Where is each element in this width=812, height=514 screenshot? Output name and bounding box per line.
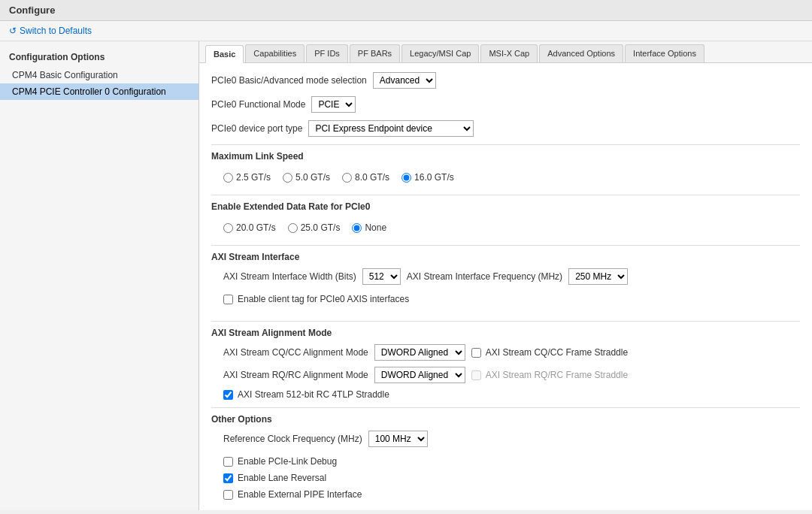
sidebar-item-basic-config[interactable]: CPM4 Basic Configuration (0, 67, 198, 83)
rate-25-0-item[interactable]: 25.0 GT/s (288, 222, 341, 233)
speed-5-0-item[interactable]: 5.0 GT/s (283, 172, 330, 183)
enable-pcie-debug-checkbox[interactable] (223, 457, 233, 467)
axi-stream-width-row: AXI Stream Interface Width (Bits) 512 25… (211, 268, 800, 285)
functional-mode-dropdown[interactable]: PCIE DMA (311, 96, 356, 113)
speed-5-0-radio[interactable] (283, 173, 292, 183)
enable-pcie-debug-label: Enable PCIe-Link Debug (238, 456, 337, 467)
sidebar-item-label: CPM4 Basic Configuration (12, 70, 118, 80)
rate-25-0-label: 25.0 GT/s (301, 222, 341, 233)
enable-client-tag-checkbox[interactable] (223, 295, 233, 304)
switch-defaults-link[interactable]: ↺ Switch to Defaults (9, 26, 92, 36)
speed-2-5-item[interactable]: 2.5 GT/s (223, 172, 271, 183)
cq-alignment-label: AXI Stream CQ/CC Alignment Mode (223, 347, 368, 358)
sidebar-section-title: Configuration Options (0, 47, 198, 67)
enable-pcie-debug-row[interactable]: Enable PCIe-Link Debug (223, 456, 788, 467)
speed-5-0-label: 5.0 GT/s (295, 172, 330, 183)
tab-capabilities[interactable]: Capabilities (245, 44, 304, 62)
device-port-type-row: PCIe0 device port type PCI Express Endpo… (211, 120, 800, 137)
rate-25-0-radio[interactable] (288, 223, 298, 233)
axi-alignment-title: AXI Stream Alignment Mode (211, 328, 800, 338)
tab-pf-bars[interactable]: PF BARs (350, 44, 400, 62)
switch-defaults-label: Switch to Defaults (20, 26, 92, 36)
speed-16-0-item[interactable]: 16.0 GT/s (401, 172, 454, 183)
toolbar: ↺ Switch to Defaults (0, 21, 812, 41)
tab-basic[interactable]: Basic (205, 45, 244, 63)
speed-2-5-label: 2.5 GT/s (236, 172, 271, 183)
mode-selection-row: PCIe0 Basic/Advanced mode selection Adva… (211, 72, 800, 89)
cq-frame-straddle-checkbox[interactable] (471, 348, 481, 358)
axi-width-dropdown[interactable]: 512 256 128 64 (362, 268, 401, 285)
rc-4tlp-row[interactable]: AXI Stream 512-bit RC 4TLP Straddle (223, 389, 389, 400)
rq-frame-straddle-checkbox (471, 370, 481, 380)
rq-alignment-dropdown[interactable]: DWORD Aligned Address Aligned (374, 367, 465, 383)
rq-alignment-row: AXI Stream RQ/RC Alignment Mode DWORD Al… (211, 367, 800, 400)
sidebar-item-label: CPM4 PCIE Controller 0 Configuration (12, 86, 166, 97)
speed-16-0-label: 16.0 GT/s (414, 172, 454, 183)
main-content: Configuration Options CPM4 Basic Configu… (0, 41, 812, 510)
functional-mode-row: PCIe0 Functional Mode PCIE DMA (211, 96, 800, 113)
axi-freq-dropdown[interactable]: 250 MHz 500 MHz 125 MHz (568, 268, 628, 285)
mode-selection-label: PCIe0 Basic/Advanced mode selection (211, 75, 367, 86)
rc-4tlp-checkbox[interactable] (223, 390, 233, 400)
rq-frame-straddle-row[interactable]: AXI Stream RQ/RC Frame Straddle (471, 370, 628, 380)
axi-stream-title: AXI Stream Interface (211, 252, 800, 262)
enable-external-pipe-row[interactable]: Enable External PIPE Interface (223, 489, 788, 500)
app-title: Configure (9, 5, 55, 16)
speed-8-0-item[interactable]: 8.0 GT/s (342, 172, 389, 183)
rate-none-label: None (365, 222, 386, 233)
mode-selection-dropdown[interactable]: Advanced Basic (373, 72, 436, 89)
enable-lane-reversal-label: Enable Lane Reversal (238, 473, 326, 483)
sidebar-item-pcie-config[interactable]: CPM4 PCIE Controller 0 Configuration (0, 83, 198, 100)
max-link-speed-title: Maximum Link Speed (211, 151, 800, 162)
rate-20-0-item[interactable]: 20.0 GT/s (223, 222, 276, 233)
ref-clock-label: Reference Clock Frequency (MHz) (223, 434, 362, 444)
rq-alignment-label: AXI Stream RQ/RC Alignment Mode (223, 370, 368, 380)
enable-lane-reversal-checkbox[interactable] (223, 473, 233, 483)
rate-20-0-label: 20.0 GT/s (236, 222, 276, 233)
ext-data-rate-radio-group: 20.0 GT/s 25.0 GT/s None (211, 218, 800, 237)
tab-legacy-msi[interactable]: Legacy/MSI Cap (401, 44, 479, 62)
enable-lane-reversal-row[interactable]: Enable Lane Reversal (223, 473, 788, 483)
refresh-icon: ↺ (9, 26, 17, 36)
rate-20-0-radio[interactable] (223, 223, 233, 233)
enable-client-tag-label: Enable client tag for PCIe0 AXIS interfa… (238, 294, 409, 304)
cq-frame-straddle-row[interactable]: AXI Stream CQ/CC Frame Straddle (471, 347, 628, 358)
axi-width-label: AXI Stream Interface Width (Bits) (223, 271, 356, 282)
tab-bar: Basic Capabilities PF IDs PF BARs Legacy… (199, 41, 812, 63)
cq-frame-straddle-label: AXI Stream CQ/CC Frame Straddle (486, 347, 628, 358)
tab-msi-x[interactable]: MSI-X Cap (480, 44, 538, 62)
enable-external-pipe-checkbox[interactable] (223, 490, 233, 500)
speed-16-0-radio[interactable] (401, 173, 411, 183)
functional-mode-label: PCIe0 Functional Mode (211, 99, 305, 110)
speed-2-5-radio[interactable] (223, 173, 233, 183)
rc-4tlp-label: AXI Stream 512-bit RC 4TLP Straddle (238, 389, 389, 400)
cq-alignment-dropdown[interactable]: DWORD Aligned Address Aligned (374, 344, 465, 361)
ref-clock-dropdown[interactable]: 100 MHz 250 MHz (368, 431, 428, 447)
device-port-type-dropdown[interactable]: PCI Express Endpoint device Root Port Sw… (308, 120, 474, 137)
tab-pf-ids[interactable]: PF IDs (306, 44, 348, 62)
title-bar: Configure (0, 0, 812, 21)
ref-clock-row: Reference Clock Frequency (MHz) 100 MHz … (211, 431, 800, 447)
ext-data-rate-title: Enable Extended Data Rate for PCIe0 (211, 201, 800, 212)
tab-advanced-options[interactable]: Advanced Options (539, 44, 623, 62)
axi-freq-label: AXI Stream Interface Frequency (MHz) (407, 271, 562, 282)
sidebar: Configuration Options CPM4 Basic Configu… (0, 41, 199, 510)
cq-alignment-row: AXI Stream CQ/CC Alignment Mode DWORD Al… (211, 344, 800, 361)
content-panel: Basic Capabilities PF IDs PF BARs Legacy… (199, 41, 812, 510)
tab-interface-options[interactable]: Interface Options (625, 44, 704, 62)
speed-8-0-radio[interactable] (342, 173, 352, 183)
speed-8-0-label: 8.0 GT/s (355, 172, 389, 183)
rq-frame-straddle-label: AXI Stream RQ/RC Frame Straddle (486, 370, 628, 380)
rate-none-radio[interactable] (352, 223, 362, 233)
enable-client-tag-row[interactable]: Enable client tag for PCIe0 AXIS interfa… (223, 294, 788, 304)
panel-content: PCIe0 Basic/Advanced mode selection Adva… (199, 63, 812, 510)
rate-none-item[interactable]: None (352, 222, 386, 233)
enable-external-pipe-label: Enable External PIPE Interface (238, 489, 362, 500)
other-options-title: Other Options (211, 414, 800, 425)
device-port-type-label: PCIe0 device port type (211, 123, 302, 134)
link-speed-radio-group: 2.5 GT/s 5.0 GT/s 8.0 GT/s 16.0 GT/s (211, 168, 800, 187)
